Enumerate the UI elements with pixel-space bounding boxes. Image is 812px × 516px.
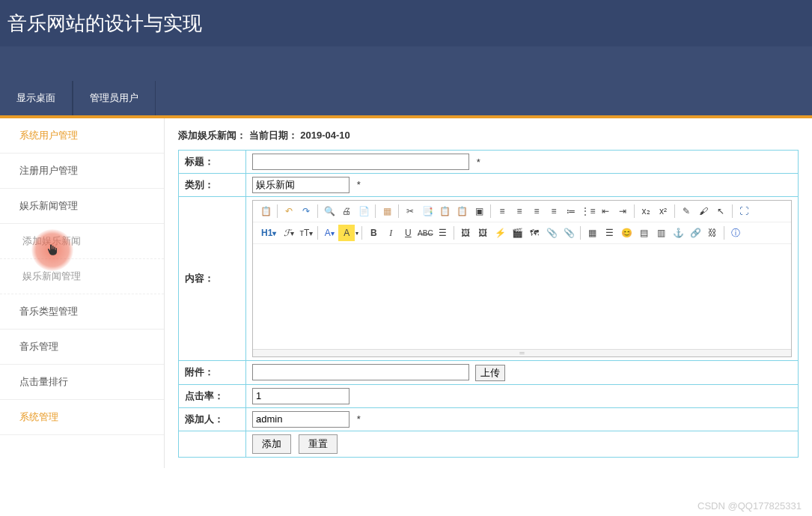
list-ul-icon[interactable]: ⋮≡ [580, 203, 596, 219]
row-category: 类别： * [179, 174, 799, 197]
underline-icon[interactable]: U [400, 225, 416, 241]
pagebreak-icon[interactable]: ▥ [653, 225, 669, 241]
sidebar-subitem-add-news[interactable]: 添加娱乐新闻 [0, 224, 164, 259]
align-right-icon[interactable]: ≡ [528, 203, 545, 219]
label-adder: 添加人： [179, 407, 246, 431]
breadcrumb-date-value: 2019-04-10 [300, 130, 350, 141]
italic-icon[interactable]: I [382, 225, 399, 241]
align-justify-icon[interactable]: ≡ [546, 203, 562, 219]
label-content: 内容： [179, 197, 246, 361]
table-icon[interactable]: ▦ [584, 225, 600, 241]
watermark: CSDN @QQ177825331 [697, 500, 802, 512]
content-area: 添加娱乐新闻： 当前日期： 2019-04-10 标题： * 类别： * 内容： [165, 118, 812, 468]
submit-button[interactable]: 添加 [252, 434, 291, 454]
tab-desktop[interactable]: 显示桌面 [0, 81, 73, 115]
paste-text-icon[interactable]: 📋 [436, 203, 453, 219]
tab-admin-user[interactable]: 管理员用户 [73, 81, 156, 115]
row-content: 内容： 📋 ↶ ↷ 🔍 🖨 📄 ▦ [179, 197, 799, 361]
map-icon[interactable]: 🗺 [526, 225, 543, 241]
superscript-icon[interactable]: x² [655, 203, 671, 219]
sidebar-subitem-news-list[interactable]: 娱乐新闻管理 [0, 259, 164, 294]
cut-icon[interactable]: ✂ [402, 203, 418, 219]
unlink-icon[interactable]: ⛓ [704, 225, 721, 241]
hr-icon[interactable]: ☰ [601, 225, 617, 241]
paste-icon[interactable]: 📋 [257, 203, 274, 219]
input-title[interactable] [252, 154, 469, 170]
input-attachment[interactable] [252, 364, 469, 380]
anchor-icon[interactable]: ⚓ [670, 225, 686, 241]
clear-format-icon[interactable]: ✎ [678, 203, 695, 219]
tab-bar: 显示桌面 管理员用户 [0, 46, 812, 118]
editor-toolbar-2: H1▾ ℱ▾ тT▾ A▾ A▾ B I U ABC ☰ [253, 222, 791, 244]
breadcrumb: 添加娱乐新闻： 当前日期： 2019-04-10 [178, 129, 799, 142]
sidebar-item-music-manage[interactable]: 音乐管理 [0, 330, 164, 365]
upload-button[interactable]: 上传 [475, 365, 505, 381]
strike-icon[interactable]: ABC [417, 225, 433, 241]
app-title: 音乐网站的设计与实现 [7, 10, 202, 37]
row-adder: 添加人： * [179, 407, 799, 431]
special-char-icon[interactable]: ▤ [635, 225, 652, 241]
bold-icon[interactable]: B [365, 225, 382, 241]
form-table: 标题： * 类别： * 内容： 📋 [178, 150, 799, 458]
link-icon[interactable]: 🔗 [687, 225, 703, 241]
heading-icon[interactable]: H1▾ [257, 225, 280, 241]
about-icon[interactable]: ⓘ [727, 225, 744, 241]
line-height-icon[interactable]: ☰ [434, 225, 451, 241]
file-icon[interactable]: 📎 [543, 225, 560, 241]
redo-icon[interactable]: ↷ [298, 203, 314, 219]
label-title: 标题： [179, 151, 246, 174]
sidebar-item-system-manage[interactable]: 系统管理 [0, 400, 164, 435]
print-icon[interactable]: 🖨 [338, 203, 355, 219]
align-left-icon[interactable]: ≡ [494, 203, 510, 219]
paste-word-icon[interactable]: 📋 [454, 203, 470, 219]
reset-button[interactable]: 重置 [299, 434, 338, 454]
indent-icon[interactable]: ⇥ [614, 203, 631, 219]
editor-toolbar-1: 📋 ↶ ↷ 🔍 🖨 📄 ▦ ✂ 📑 [253, 201, 791, 222]
format-brush-icon[interactable]: 🖌 [695, 203, 712, 219]
source-icon[interactable]: ▦ [379, 203, 395, 219]
align-center-icon[interactable]: ≡ [511, 203, 528, 219]
preview-icon[interactable]: 🔍 [321, 203, 338, 219]
outdent-icon[interactable]: ⇤ [597, 203, 614, 219]
sidebar-item-system-users[interactable]: 系统用户管理 [0, 118, 164, 154]
label-category: 类别： [179, 174, 246, 197]
select-icon[interactable]: ↖ [712, 203, 729, 219]
flash-icon[interactable]: ⚡ [492, 225, 508, 241]
image-icon[interactable]: 🖼 [457, 225, 474, 241]
row-clicks: 点击率： [179, 384, 799, 407]
attach-icon[interactable]: 📎 [561, 225, 577, 241]
row-title: 标题： * [179, 151, 799, 174]
sidebar-item-music-type[interactable]: 音乐类型管理 [0, 294, 164, 330]
subscript-icon[interactable]: x₂ [638, 203, 654, 219]
highlight-icon[interactable]: A [338, 225, 355, 241]
sidebar-item-click-rank[interactable]: 点击量排行 [0, 365, 164, 400]
row-actions: 添加 重置 [179, 431, 799, 457]
input-category[interactable] [252, 177, 349, 193]
list-ol-icon[interactable]: ≔ [563, 203, 579, 219]
editor-body[interactable] [253, 244, 791, 349]
sidebar-item-registered-users[interactable]: 注册用户管理 [0, 154, 164, 189]
fullscreen-icon[interactable]: ⛶ [736, 203, 752, 219]
font-family-icon[interactable]: ℱ▾ [281, 225, 297, 241]
row-attachment: 附件： 上传 [179, 361, 799, 385]
sidebar-item-news-manage[interactable]: 娱乐新闻管理 [0, 189, 164, 224]
app-header: 音乐网站的设计与实现 [0, 0, 812, 46]
input-adder[interactable] [252, 411, 349, 428]
input-clicks[interactable] [252, 388, 349, 404]
undo-icon[interactable]: ↶ [281, 203, 297, 219]
font-color-icon[interactable]: A▾ [321, 225, 338, 241]
required-mark: * [477, 157, 480, 168]
font-size-icon[interactable]: тT▾ [298, 225, 314, 241]
editor-resize-handle[interactable]: ═ [253, 349, 791, 356]
breadcrumb-prefix: 添加娱乐新闻： [178, 130, 246, 141]
required-mark: * [357, 179, 361, 190]
required-mark: * [357, 413, 361, 425]
select-all-icon[interactable]: ▣ [471, 203, 487, 219]
media-icon[interactable]: 🎬 [509, 225, 525, 241]
multi-image-icon[interactable]: 🖼 [474, 225, 491, 241]
template-icon[interactable]: 📄 [355, 203, 372, 219]
emoji-icon[interactable]: 😊 [618, 225, 635, 241]
breadcrumb-date-label: 当前日期： [249, 130, 298, 141]
label-attachment: 附件： [179, 361, 246, 385]
copy-icon[interactable]: 📑 [419, 203, 436, 219]
